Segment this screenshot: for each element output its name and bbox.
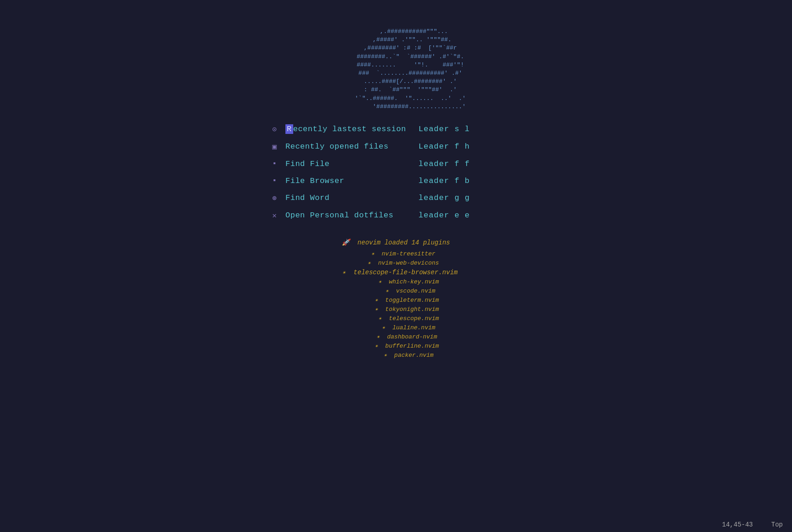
dotfiles-label: Open Personal dotfiles: [285, 211, 414, 220]
plugin-web-devicons: ✴ nvim-web-devicons: [353, 259, 439, 266]
plugin-telescope: ✴ telescope.nvim: [353, 315, 439, 322]
ascii-art-logo: ,.###########"""... ,#####' .'"".. '"""#…: [326, 28, 466, 111]
file-browser-label: File Browser: [285, 177, 414, 185]
find-file-label: Find File: [285, 160, 414, 168]
plugins-title: 🚀 neovim loaded 14 plugins: [342, 238, 450, 246]
plugin-dashboard: ✴ dashboard-nvim: [355, 333, 437, 340]
plugin-packer: ✴ packer.nvim: [358, 351, 434, 359]
dotfiles-icon: ✕: [270, 211, 279, 220]
menu-item-find-word[interactable]: ⊛ Find Word leader g g: [270, 194, 508, 203]
plugin-lualine: ✴ lualine.nvim: [357, 324, 435, 331]
find-word-shortcut: leader g g: [418, 194, 508, 202]
plugin-toggleterm: ✴ toggleterm.nvim: [353, 296, 439, 304]
status-bar: 14,45-43 Top: [713, 517, 792, 532]
main-content: ,.###########"""... ,#####' .'"".. '"""#…: [0, 0, 792, 359]
status-scroll: Top: [771, 521, 783, 528]
find-word-icon: ⊛: [270, 194, 279, 203]
session-label-highlighted: R: [285, 124, 293, 134]
plugin-tokyonight: ✴ tokyonight.nvim: [353, 305, 439, 313]
menu-item-file-browser[interactable]: ▪ File Browser leader f b: [270, 177, 508, 185]
menu-item-session[interactable]: ⊙ Recently lastest session Leader s l: [270, 125, 508, 134]
file-browser-shortcut: leader f b: [418, 177, 508, 185]
plugins-section: 🚀 neovim loaded 14 plugins ✴ nvim-treesi…: [335, 238, 458, 359]
find-file-icon: ▪: [270, 160, 279, 168]
plugin-vscode: ✴ vscode.nvim: [357, 287, 435, 294]
session-label: Recently lastest session: [285, 125, 414, 133]
plugin-telescope-file-browser: ✴ telescope-file-browser.nvim: [335, 268, 458, 276]
recent-files-icon: ▣: [270, 142, 279, 151]
plugin-which-key: ✴ which-key.nvim: [353, 278, 439, 285]
plugin-bufferline: ✴ bufferline.nvim: [353, 342, 439, 349]
find-file-shortcut: leader f f: [418, 160, 508, 168]
dotfiles-shortcut: leader e e: [418, 211, 508, 220]
recent-files-label: Recently opened files: [285, 142, 414, 151]
menu-section: ⊙ Recently lastest session Leader s l ▣ …: [270, 125, 522, 220]
plugin-treesitter: ✴ nvim-treesitter: [357, 250, 435, 257]
menu-item-dotfiles[interactable]: ✕ Open Personal dotfiles leader e e: [270, 211, 508, 220]
file-browser-icon: ▪: [270, 177, 279, 185]
menu-item-recent-files[interactable]: ▣ Recently opened files Leader f h: [270, 142, 508, 151]
session-shortcut: Leader s l: [418, 125, 508, 133]
session-icon: ⊙: [270, 125, 279, 134]
status-position: 14,45-43: [722, 521, 753, 528]
find-word-label: Find Word: [285, 194, 414, 202]
recent-files-shortcut: Leader f h: [418, 142, 508, 151]
menu-item-find-file[interactable]: ▪ Find File leader f f: [270, 160, 508, 168]
